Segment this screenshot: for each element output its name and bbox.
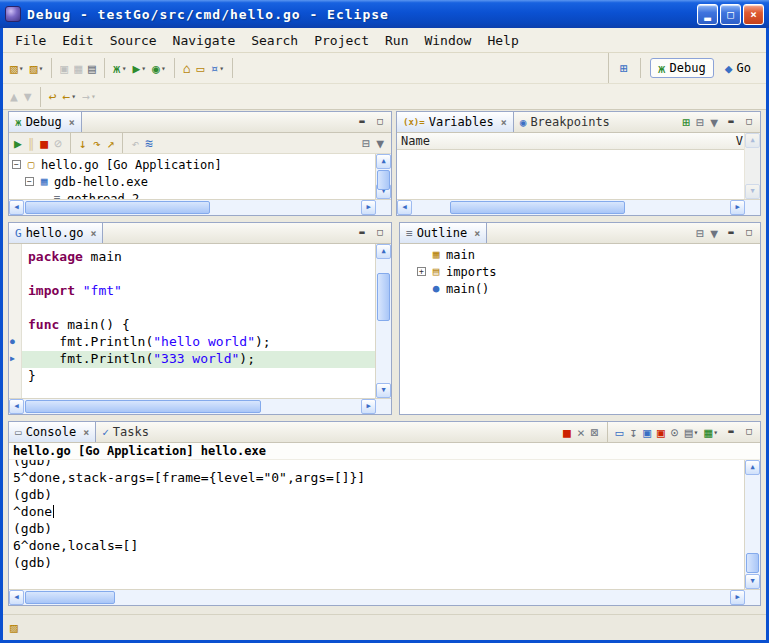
editor-gutter[interactable]: ●▶ <box>9 244 22 398</box>
tree-item[interactable]: −▦gdb-hello.exe <box>9 173 375 190</box>
display-console-button[interactable]: ▤▾ <box>683 423 701 441</box>
maximize-view-button[interactable]: □ <box>372 226 388 240</box>
menu-file[interactable]: File <box>7 30 54 51</box>
minimize-view-button[interactable]: ▬ <box>723 425 739 439</box>
menu-project[interactable]: Project <box>306 30 377 51</box>
tab-debug[interactable]: ж Debug × <box>9 112 82 132</box>
scroll-left-icon[interactable]: ◀ <box>397 200 412 215</box>
code-area[interactable]: package main import "fmt" func main() { … <box>22 244 375 398</box>
scroll-lock-button[interactable]: ↧ <box>627 423 639 441</box>
tree-item[interactable]: ▦main <box>414 246 760 263</box>
scrollbar-thumb[interactable] <box>450 201 625 214</box>
tab-breakpoints[interactable]: ◉ Breakpoints <box>514 112 616 132</box>
expander-plus-icon[interactable]: + <box>417 267 426 276</box>
close-icon[interactable]: × <box>83 427 89 438</box>
external-tools-dropdown-icon[interactable]: ▾ <box>161 64 166 73</box>
close-icon[interactable]: × <box>474 228 480 239</box>
scroll-up-icon[interactable]: ▲ <box>745 133 760 148</box>
perspective-go-button[interactable]: ◆ Go <box>718 59 758 77</box>
menu-navigate[interactable]: Navigate <box>165 30 244 51</box>
external-tools-button[interactable]: ◉▾ <box>150 57 168 79</box>
tree-item[interactable]: ≡gothread-2 <box>9 190 375 199</box>
back-button[interactable]: ←▾ <box>60 86 78 108</box>
variables-vertical-scrollbar[interactable]: ▲ ▼ <box>744 133 760 199</box>
tab-outline[interactable]: ≡ Outline × <box>400 223 487 243</box>
display-console-dropdown-icon[interactable]: ▾ <box>694 428 699 437</box>
expander-minus-icon[interactable]: − <box>25 177 34 186</box>
save-button[interactable]: ▣ <box>58 57 70 79</box>
scroll-down-icon[interactable]: ▼ <box>376 383 391 398</box>
collapse-all-button[interactable]: ⊟ <box>694 224 706 242</box>
maximize-view-button[interactable]: □ <box>372 115 388 129</box>
clear-console-button[interactable]: ▭ <box>614 423 626 441</box>
resume-button[interactable]: ▶ <box>12 134 24 152</box>
expander-minus-icon[interactable]: − <box>12 160 21 169</box>
minimize-view-button[interactable]: ▬ <box>354 226 370 240</box>
open-console-dropdown-icon[interactable]: ▾ <box>713 428 718 437</box>
debug-button[interactable]: ж▾ <box>111 57 129 79</box>
disconnect-button[interactable]: ⊘ <box>52 134 64 152</box>
show-stdout-button[interactable]: ▣ <box>641 423 653 441</box>
close-button[interactable]: × <box>743 4 764 25</box>
scrollbar-thumb[interactable] <box>377 170 390 190</box>
scrollbar-thumb[interactable] <box>25 400 261 413</box>
scroll-right-icon[interactable]: ▶ <box>730 590 745 605</box>
view-menu-button[interactable]: ▼ <box>708 113 720 131</box>
column-value[interactable]: V <box>736 134 743 148</box>
scroll-left-icon[interactable]: ◀ <box>9 399 24 414</box>
scroll-down-icon[interactable]: ▼ <box>745 184 760 199</box>
collapse-all-button[interactable]: ⊟ <box>360 134 372 152</box>
open-folder-button[interactable]: ⌂ <box>181 57 193 79</box>
debug-vertical-scrollbar[interactable]: ▲ ▼ <box>375 154 391 199</box>
menu-help[interactable]: Help <box>479 30 526 51</box>
minimize-view-button[interactable]: ▬ <box>723 115 739 129</box>
perspective-debug-button[interactable]: ж Debug <box>650 58 714 78</box>
tree-item[interactable]: +▤imports <box>414 263 760 280</box>
fast-view-trim-icon[interactable]: ▨ <box>10 621 18 634</box>
pin-console-button[interactable]: ⊙ <box>669 423 681 441</box>
debug-horizontal-scrollbar[interactable]: ◀ ▶ <box>9 199 391 215</box>
menu-search[interactable]: Search <box>243 30 306 51</box>
tab-hello-go[interactable]: G hello.go × <box>9 223 103 243</box>
console-vertical-scrollbar[interactable]: ▲ ▼ <box>744 460 760 589</box>
maximize-view-button[interactable]: □ <box>741 425 757 439</box>
minimize-view-button[interactable]: ▬ <box>354 115 370 129</box>
step-into-button[interactable]: ↓ <box>77 134 89 152</box>
next-annotation-button[interactable]: ▼ <box>22 86 34 108</box>
menu-source[interactable]: Source <box>102 30 165 51</box>
search-button[interactable]: ¤▾ <box>208 57 226 79</box>
scroll-down-icon[interactable]: ▼ <box>745 574 760 589</box>
run-button[interactable]: ▶▾ <box>130 57 148 79</box>
tree-item[interactable]: −▢hello.go [Go Application] <box>9 156 375 173</box>
titlebar[interactable]: Debug - testGo/src/cmd/hello.go - Eclips… <box>0 0 769 28</box>
forward-dropdown-icon[interactable]: ▾ <box>91 92 96 101</box>
open-resource-button[interactable]: ▭ <box>195 57 207 79</box>
prev-annotation-button[interactable]: ▲ <box>8 86 20 108</box>
scrollbar-thumb[interactable] <box>25 591 115 604</box>
minimize-button[interactable]: ▂ <box>697 4 718 25</box>
close-icon[interactable]: × <box>501 117 507 128</box>
remove-all-launches-button[interactable]: ⊠ <box>589 423 601 441</box>
scroll-left-icon[interactable]: ◀ <box>9 590 24 605</box>
terminate-button[interactable]: ■ <box>38 134 50 152</box>
tab-console[interactable]: ▭ Console × <box>9 422 96 442</box>
close-icon[interactable]: × <box>69 117 75 128</box>
tab-tasks[interactable]: ✓ Tasks <box>96 422 155 442</box>
scroll-right-icon[interactable]: ▶ <box>730 200 745 215</box>
scrollbar-thumb[interactable] <box>746 553 759 573</box>
code-editor[interactable]: ●▶ package main import "fmt" func main()… <box>9 244 375 398</box>
maximize-view-button[interactable]: □ <box>741 226 757 240</box>
remove-launch-button[interactable]: × <box>575 423 587 441</box>
open-console-button[interactable]: ▦▾ <box>702 423 720 441</box>
console-horizontal-scrollbar[interactable]: ◀ ▶ <box>9 589 760 605</box>
scroll-up-icon[interactable]: ▲ <box>745 460 760 475</box>
column-name[interactable]: Name <box>401 134 430 148</box>
print-button[interactable]: ▤ <box>86 57 98 79</box>
scroll-up-icon[interactable]: ▲ <box>376 154 391 169</box>
step-over-button[interactable]: ↷ <box>91 134 103 152</box>
menu-window[interactable]: Window <box>416 30 479 51</box>
scrollbar-thumb[interactable] <box>25 201 210 214</box>
new-editor-button[interactable]: ▨▾ <box>28 57 46 79</box>
tab-variables[interactable]: (x)= Variables × <box>397 112 514 132</box>
maximize-button[interactable]: □ <box>720 4 741 25</box>
